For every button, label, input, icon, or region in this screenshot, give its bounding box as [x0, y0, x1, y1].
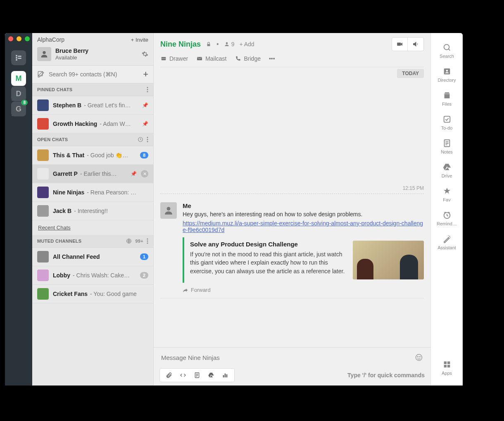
workspace-item[interactable]: M: [11, 71, 26, 86]
link-preview-card[interactable]: Solve any Product Design Challenge If yo…: [183, 237, 424, 283]
composer-hint: Type '/' for quick commands: [347, 372, 425, 378]
rail-apps[interactable]: Apps: [431, 356, 463, 380]
user-avatar[interactable]: [37, 47, 51, 61]
forward-button[interactable]: Forward: [183, 287, 424, 293]
clock-icon: [442, 210, 452, 220]
app-logo[interactable]: [11, 50, 26, 65]
person-icon: [224, 41, 230, 47]
new-chat-button[interactable]: +: [143, 69, 148, 80]
invite-button[interactable]: + Invite: [131, 37, 148, 43]
code-snippet-button[interactable]: [180, 372, 186, 378]
chat-item[interactable]: Garrett P- Earlier this…📌✕: [32, 165, 153, 183]
add-member-button[interactable]: + Add: [239, 41, 254, 47]
rail-wand[interactable]: Assistant: [437, 230, 457, 254]
globe-icon[interactable]: [126, 238, 132, 244]
link-card-image: [353, 241, 424, 279]
poll-button[interactable]: [222, 372, 228, 378]
tab-drawer[interactable]: Drawer: [160, 55, 188, 62]
rail-notes[interactable]: Notes: [437, 135, 457, 158]
message-text: Hey guys, here's an interesting read on …: [183, 211, 424, 218]
more-icon[interactable]: [147, 87, 148, 92]
chat-item[interactable]: Stephen B- Great! Let's fin…📌: [32, 96, 153, 115]
message-author: Me: [183, 202, 424, 209]
rail-label: Assistant: [437, 245, 456, 250]
chat-name: Lobby: [53, 272, 70, 279]
document-button[interactable]: [194, 372, 200, 378]
tab-mailcast[interactable]: Mailcast: [196, 55, 226, 62]
chat-preview: - Interesting!!: [74, 208, 148, 214]
chat-name: Stephen B: [53, 102, 81, 109]
lock-icon: [206, 41, 212, 47]
tab-more[interactable]: •••: [269, 55, 275, 62]
gear-icon[interactable]: [142, 51, 148, 57]
attach-file-button[interactable]: [166, 372, 172, 378]
message-avatar[interactable]: [160, 202, 177, 219]
chat-avatar: [37, 288, 49, 300]
rail-directory[interactable]: Directory: [437, 63, 457, 87]
chat-item[interactable]: Nine Ninjas- Rena Pearson: …: [32, 183, 153, 202]
rail-todo[interactable]: To-do: [437, 111, 457, 135]
chat-item[interactable]: Lobby- Chris Walsh: Cake…2: [32, 266, 153, 285]
rail-files[interactable]: Files: [437, 87, 457, 111]
rail-star[interactable]: Fav: [437, 182, 457, 206]
svg-point-2: [147, 87, 148, 88]
message-link[interactable]: https://medium.muz.li/a-super-simple-exe…: [183, 220, 424, 233]
svg-rect-13: [207, 44, 210, 46]
section-open-header: OPEN CHATS: [32, 133, 153, 146]
emoji-button[interactable]: [415, 353, 423, 362]
workspace-item[interactable]: D: [11, 86, 26, 101]
rail-label: To-do: [441, 125, 453, 130]
window-maximize[interactable]: [25, 36, 30, 41]
pin-icon: 📌: [131, 171, 137, 177]
rail-search[interactable]: Search: [437, 39, 457, 63]
window-minimize[interactable]: [17, 36, 21, 41]
muted-count: 99+: [135, 239, 143, 244]
main-area: Nine Ninjas • 9 + Add Drawer Mailcast Br…: [154, 33, 430, 386]
section-title: MUTED CHANNELS: [37, 239, 81, 244]
chat-name: This & That: [53, 152, 84, 158]
recent-chats-link[interactable]: Recent Chats: [32, 220, 153, 235]
history-icon[interactable]: [138, 137, 143, 142]
channel-name[interactable]: Nine Ninjas: [160, 40, 201, 49]
close-icon[interactable]: ✕: [141, 170, 148, 177]
workspace-item[interactable]: G8: [11, 102, 26, 116]
svg-rect-32: [444, 362, 446, 364]
app-window: M⌘1D⌘2G8⌘3 AlphaCorp + Invite Bruce Berr…: [5, 33, 463, 386]
drive-button[interactable]: [208, 372, 214, 378]
more-icon[interactable]: [147, 137, 148, 142]
window-close[interactable]: [8, 36, 13, 41]
video-call-button[interactable]: [392, 38, 408, 51]
chat-item[interactable]: Cricket Fans- You: Good game: [32, 285, 153, 303]
svg-rect-34: [444, 365, 446, 367]
chat-avatar: [37, 118, 49, 130]
audio-call-button[interactable]: [408, 38, 423, 51]
chat-item[interactable]: This & That- Good job 👏…8: [32, 146, 153, 165]
rail-clock[interactable]: Remind…: [437, 206, 457, 230]
svg-point-14: [226, 42, 228, 44]
chat-preview: - Earlier this…: [80, 170, 126, 177]
chat-avatar: [37, 270, 49, 281]
svg-point-3: [147, 89, 148, 90]
compose-icon[interactable]: [37, 71, 45, 78]
files-icon: [442, 91, 452, 100]
chat-avatar: [37, 149, 49, 161]
chat-item[interactable]: Jack B- Interesting!!: [32, 202, 153, 220]
chat-avatar: [37, 187, 49, 198]
chat-item[interactable]: Growth Hacking- Adam W…📌: [32, 115, 153, 133]
message-list: TODAY 12:15 PM Me Hey guys, here's an in…: [154, 67, 430, 347]
chat-preview: - Rena Pearson: …: [87, 189, 148, 196]
chat-avatar: [37, 251, 49, 263]
member-count[interactable]: 9: [224, 41, 235, 47]
channel-header: Nine Ninjas • 9 + Add Drawer Mailcast Br…: [154, 33, 430, 67]
right-rail: SearchDirectoryFilesTo-doNotesDriveFavRe…: [430, 33, 463, 386]
org-name[interactable]: AlphaCorp: [37, 36, 64, 43]
chat-name: Cricket Fans: [53, 291, 88, 297]
rail-drive[interactable]: Drive: [437, 158, 457, 182]
search-input[interactable]: [49, 71, 139, 78]
tab-bridge[interactable]: Bridge: [235, 55, 260, 62]
message-input[interactable]: [161, 354, 415, 361]
chat-item[interactable]: All Channel Feed1: [32, 248, 153, 266]
chat-name: Garrett P: [53, 170, 78, 177]
todo-icon: [442, 115, 452, 124]
more-icon[interactable]: [147, 238, 148, 244]
